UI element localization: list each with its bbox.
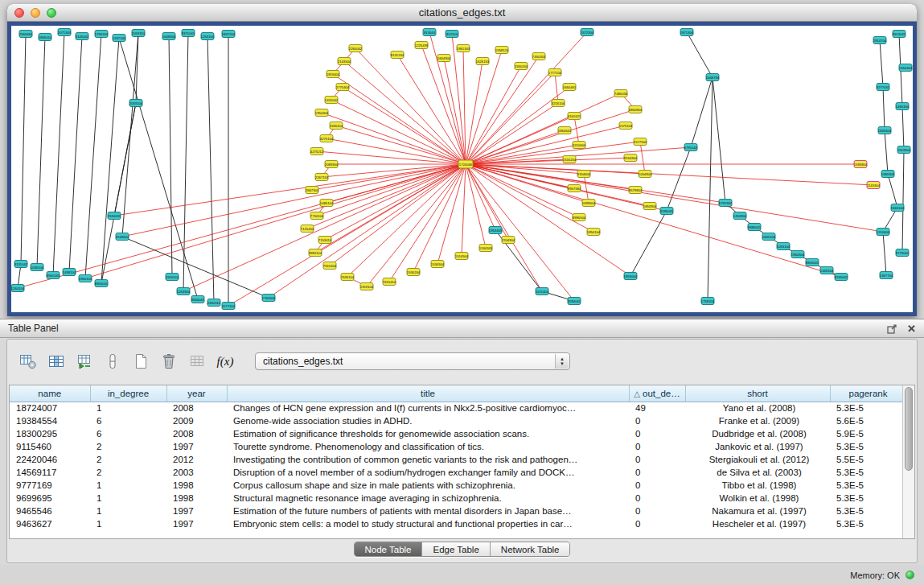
graph-node[interactable]: 1550204 <box>515 63 528 70</box>
graph-node[interactable]: 1264904 <box>733 212 747 220</box>
close-window-button[interactable] <box>14 8 24 18</box>
column-header-in_degree[interactable]: in_degree <box>90 385 166 402</box>
table-row[interactable]: 911546021997Tourette syndrome. Phenomeno… <box>10 440 906 453</box>
column-header-year[interactable]: year <box>166 385 227 402</box>
graph-node[interactable]: 7125404 <box>301 225 314 233</box>
graph-node[interactable]: 1836414 <box>39 34 52 41</box>
network-selector-dropdown[interactable]: citations_edges.txt ▲ ▼ <box>255 352 570 370</box>
graph-node[interactable]: 7615404 <box>323 262 337 270</box>
new-document-icon[interactable] <box>129 350 152 373</box>
graph-node[interactable]: 2053310 <box>132 30 146 37</box>
graph-node[interactable]: 1558124 <box>495 47 509 54</box>
graph-node[interactable]: 1253904 <box>177 288 191 295</box>
graph-node[interactable]: 1534345 <box>479 245 493 252</box>
graph-node[interactable]: 2516031 <box>108 212 121 220</box>
graph-node[interactable]: 1648304 <box>162 33 176 40</box>
graph-node[interactable]: 1534504 <box>431 261 445 268</box>
graph-node[interactable]: 2814704 <box>873 37 887 44</box>
graph-node[interactable]: 4850804 <box>629 106 643 113</box>
graph-node[interactable]: 8579804 <box>629 187 643 194</box>
graph-node[interactable]: 1626153 <box>476 58 490 65</box>
graph-node[interactable]: 1163504 <box>897 146 911 154</box>
graph-node[interactable]: 1253104 <box>201 33 215 40</box>
table-panel-titlebar[interactable]: Table Panel ✕ <box>0 319 924 338</box>
column-header-out_de[interactable]: △out_de… <box>629 385 685 402</box>
graph-node[interactable]: 3210604 <box>573 142 586 149</box>
graph-node[interactable]: 1847204 <box>222 31 236 38</box>
scrollbar-thumb[interactable] <box>905 387 913 471</box>
table-row[interactable]: 1872400712008Changes of HCN gene express… <box>10 402 906 414</box>
graph-node[interactable]: 7450303 <box>532 53 546 60</box>
graph-node[interactable]: 9154604 <box>577 171 591 178</box>
table-row[interactable]: 946362711997Embryonic stem cells: a mode… <box>10 517 906 530</box>
table-row[interactable]: 977716911998Corpus callosum shape and si… <box>10 479 906 492</box>
graph-node[interactable]: 1516204 <box>563 156 577 163</box>
graph-node[interactable]: 1267140 <box>113 35 126 42</box>
graph-node[interactable]: 1131404 <box>536 288 549 295</box>
graph-node[interactable]: 6791042 <box>684 144 698 151</box>
graph-node[interactable]: 8957584 <box>568 185 581 192</box>
graph-node[interactable]: 8131204 <box>391 51 405 59</box>
graph-node[interactable]: 1950104 <box>79 275 92 282</box>
tab-node-table[interactable]: Node Table <box>355 542 423 556</box>
graph-node[interactable]: 9513041 <box>893 31 906 38</box>
graph-node[interactable]: 1954304 <box>315 109 329 117</box>
graph-node[interactable]: 9196041 <box>660 208 674 215</box>
graph-node[interactable]: 2775404 <box>336 84 350 91</box>
zoom-window-button[interactable] <box>47 8 56 18</box>
table-plain-icon[interactable] <box>186 350 208 373</box>
graph-node[interactable]: 2143504 <box>338 58 351 65</box>
graph-node[interactable]: 1777104 <box>548 69 562 76</box>
graph-node[interactable]: 9386041 <box>748 224 762 231</box>
delete-icon[interactable] <box>158 350 180 373</box>
graph-node[interactable]: 2053104 <box>129 100 143 107</box>
graph-node[interactable]: 1854104 <box>587 229 601 236</box>
column-header-short[interactable]: short <box>685 385 830 402</box>
graph-node[interactable]: 1550304 <box>899 64 913 72</box>
graph-node[interactable]: 1514504 <box>455 253 469 260</box>
network-window-titlebar[interactable]: citations_edges.txt <box>7 4 917 22</box>
graph-node[interactable]: 4161621 <box>568 113 581 120</box>
graph-node[interactable]: 813044 <box>423 29 436 36</box>
graph-node[interactable]: 1964504 <box>791 251 805 258</box>
graph-node[interactable]: 6791942 <box>719 200 733 207</box>
table-row[interactable]: 1456911722003Disruption of a novel membe… <box>10 466 906 479</box>
graph-node[interactable]: 1054904 <box>639 171 652 178</box>
graph-node[interactable]: 2267153 <box>315 174 329 181</box>
graph-node[interactable]: 9145042 <box>76 33 89 40</box>
graph-node[interactable]: 2260042 <box>349 45 363 52</box>
graph-node[interactable]: 2667304 <box>306 187 319 194</box>
graph-hub-node[interactable]: 1724046 <box>458 160 473 168</box>
graph-node[interactable]: 1815604 <box>326 71 340 78</box>
graph-node[interactable]: 1530204 <box>407 269 421 276</box>
graph-node[interactable]: 1660461 <box>563 84 577 91</box>
graph-node[interactable]: 1919104 <box>360 283 374 290</box>
graph-node[interactable]: 9654041 <box>191 296 205 303</box>
graph-node[interactable]: 2518604 <box>116 233 129 241</box>
graph-node[interactable]: 9284041 <box>568 298 581 305</box>
graph-node[interactable]: 7615414 <box>383 278 396 286</box>
graph-node[interactable]: 1145304 <box>867 182 881 189</box>
graph-node[interactable]: 2204904 <box>502 237 515 244</box>
graph-node[interactable]: 1758204 <box>701 298 715 305</box>
graph-node[interactable]: 1953405 <box>489 227 503 234</box>
graph-node[interactable]: 1760504 <box>262 295 276 302</box>
graph-node[interactable]: 1367704 <box>880 272 893 279</box>
graph-node[interactable]: 9277041 <box>877 84 890 91</box>
graph-node[interactable]: 1853904 <box>643 203 657 210</box>
table-row[interactable]: 2242004622012Investigating the contribut… <box>10 453 906 466</box>
graph-node[interactable]: 1420042 <box>325 97 339 104</box>
graph-node[interactable]: 1864641 <box>558 127 572 134</box>
select-columns-icon[interactable] <box>45 350 68 373</box>
network-graph-canvas[interactable]: 2560650183641420713439145042175520412671… <box>11 26 913 312</box>
column-header-pagerank[interactable]: pagerank <box>830 385 906 402</box>
column-header-name[interactable]: name <box>10 385 90 402</box>
function-builder-icon[interactable]: f(x) <box>214 350 236 373</box>
graph-node[interactable]: 1465304 <box>896 103 910 110</box>
table-row[interactable]: 1938455462009Genome-wide association stu… <box>10 414 906 427</box>
minimize-window-button[interactable] <box>31 8 40 18</box>
tab-network-table[interactable]: Network Table <box>491 542 570 556</box>
graph-node[interactable]: 4275212 <box>310 148 324 155</box>
dropdown-stepper-icon[interactable]: ▲ ▼ <box>555 354 569 369</box>
graph-node[interactable]: 9561043 <box>47 272 60 279</box>
